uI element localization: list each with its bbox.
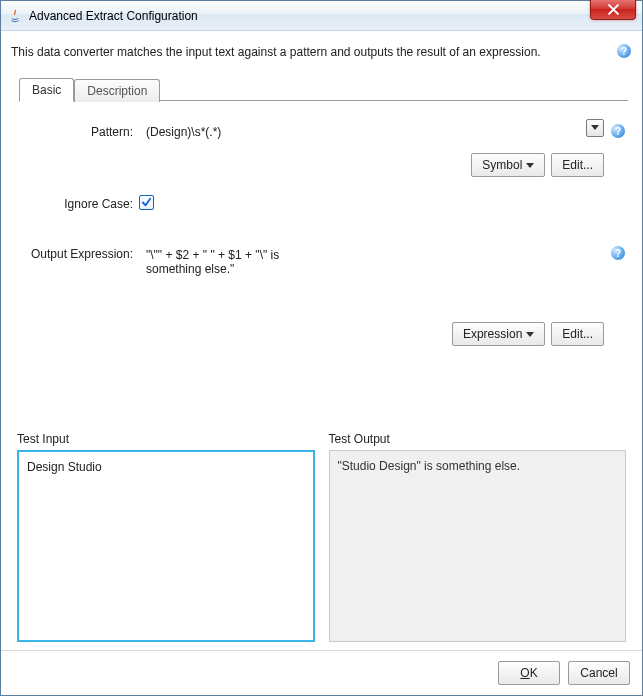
window-close-button[interactable]	[590, 0, 636, 20]
test-output-label: Test Output	[329, 432, 627, 446]
symbol-button[interactable]: Symbol	[471, 153, 545, 177]
pattern-edit-button[interactable]: Edit...	[551, 153, 604, 177]
output-expression-input[interactable]	[139, 241, 310, 311]
dialog-footer: OK Cancel	[1, 650, 642, 695]
basic-panel: Pattern: ? Symbol Edit...	[11, 101, 632, 360]
svg-text:?: ?	[621, 46, 627, 57]
expression-edit-label: Edit...	[562, 327, 593, 341]
ok-rest: K	[530, 666, 538, 680]
caret-down-icon	[526, 327, 534, 341]
cancel-label: Cancel	[580, 666, 617, 680]
ok-mnemonic: O	[520, 666, 529, 680]
output-expression-label: Output Expression:	[29, 241, 139, 261]
symbol-button-label: Symbol	[482, 158, 522, 172]
tab-basic[interactable]: Basic	[19, 78, 74, 102]
expression-edit-button[interactable]: Edit...	[551, 322, 604, 346]
dialog-content: This data converter matches the input te…	[1, 31, 642, 650]
tab-description[interactable]: Description	[74, 79, 160, 102]
description-text: This data converter matches the input te…	[11, 43, 541, 59]
test-output: "Studio Design" is something else.	[329, 450, 627, 642]
test-input-label: Test Input	[17, 432, 315, 446]
expression-button-label: Expression	[463, 327, 522, 341]
help-icon[interactable]: ?	[610, 245, 626, 261]
help-icon[interactable]: ?	[616, 43, 632, 59]
pattern-dropdown-toggle[interactable]	[586, 119, 604, 137]
ignore-case-checkbox[interactable]	[139, 195, 154, 210]
cancel-button[interactable]: Cancel	[568, 661, 630, 685]
expression-button[interactable]: Expression	[452, 322, 545, 346]
ok-button[interactable]: OK	[498, 661, 560, 685]
tabs: Basic Description	[19, 77, 628, 101]
pattern-input[interactable]	[139, 119, 604, 145]
titlebar[interactable]: Advanced Extract Configuration	[1, 1, 642, 31]
java-icon	[7, 8, 23, 24]
pattern-edit-label: Edit...	[562, 158, 593, 172]
test-input[interactable]	[17, 450, 315, 642]
caret-down-icon	[526, 158, 534, 172]
window-title: Advanced Extract Configuration	[29, 9, 198, 23]
svg-text:?: ?	[615, 248, 621, 259]
ignore-case-label: Ignore Case:	[29, 191, 139, 211]
dialog-window: Advanced Extract Configuration This data…	[0, 0, 643, 696]
svg-text:?: ?	[615, 126, 621, 137]
test-area: Test Input Test Output "Studio Design" i…	[11, 432, 632, 642]
help-icon[interactable]: ?	[610, 123, 626, 139]
pattern-label: Pattern:	[29, 119, 139, 139]
